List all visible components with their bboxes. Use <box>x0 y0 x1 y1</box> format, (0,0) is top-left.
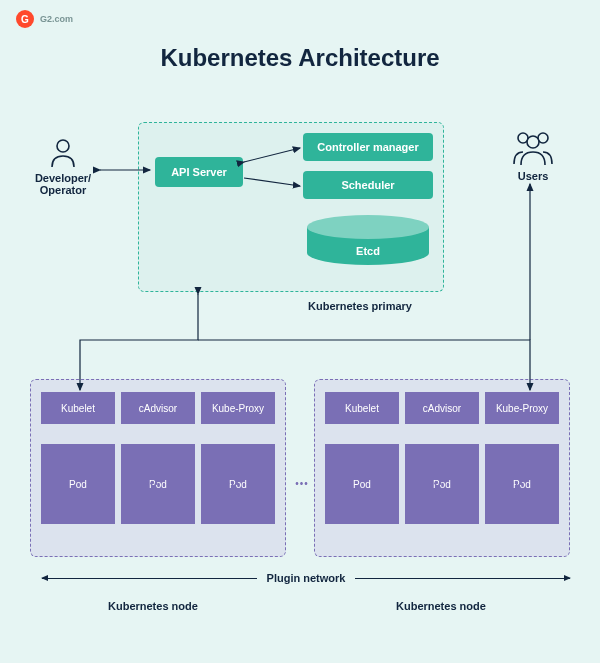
node-right-label: Kubernetes node <box>396 600 486 612</box>
primary-section-label: Kubernetes primary <box>308 300 412 312</box>
kubernetes-primary-region: API Server Controller manager Scheduler … <box>138 122 444 292</box>
arrow-right-icon <box>355 578 570 579</box>
kubeproxy-box: Kube-Proxy <box>201 392 275 424</box>
svg-point-0 <box>57 140 69 152</box>
developer-label: Developer/ Operator <box>28 172 98 196</box>
ellipsis-icon: ••• <box>292 478 312 489</box>
kubernetes-node-left: Kubelet cAdvisor Kube-Proxy Pod Pod Pod … <box>30 379 286 557</box>
pod-box: Pod <box>41 444 115 524</box>
users-actor: Users <box>498 128 568 182</box>
ellipsis-icon: ••• <box>428 478 444 489</box>
svg-point-3 <box>527 136 539 148</box>
ellipsis-icon: ••• <box>225 478 241 489</box>
ellipsis-icon: ••• <box>509 478 525 489</box>
connector-lines <box>0 0 600 663</box>
g2-logo-icon: G <box>16 10 34 28</box>
etcd-cylinder: Etcd <box>307 215 429 275</box>
plugin-network-label: Plugin network <box>257 572 356 584</box>
diagram-title: Kubernetes Architecture <box>0 44 600 72</box>
users-label: Users <box>498 170 568 182</box>
cadvisor-box: cAdvisor <box>405 392 479 424</box>
scheduler-box: Scheduler <box>303 171 433 199</box>
plugin-network-row: Plugin network <box>42 572 570 584</box>
kubelet-box: Kubelet <box>41 392 115 424</box>
kubeproxy-box: Kube-Proxy <box>485 392 559 424</box>
brand-logo: G G2.com <box>16 10 73 28</box>
kubernetes-node-right: Kubelet cAdvisor Kube-Proxy Pod Pod Pod … <box>314 379 570 557</box>
kubelet-box: Kubelet <box>325 392 399 424</box>
node-left-label: Kubernetes node <box>108 600 198 612</box>
brand-name: G2.com <box>40 14 73 24</box>
pod-box: Pod <box>325 444 399 524</box>
person-icon <box>49 138 77 168</box>
ellipsis-icon: ••• <box>144 478 160 489</box>
developer-operator-actor: Developer/ Operator <box>28 138 98 196</box>
arrow-left-icon <box>42 578 257 579</box>
cadvisor-box: cAdvisor <box>121 392 195 424</box>
api-server-box: API Server <box>155 157 243 187</box>
etcd-cylinder-top <box>307 215 429 239</box>
controller-manager-box: Controller manager <box>303 133 433 161</box>
users-group-icon <box>508 128 558 166</box>
